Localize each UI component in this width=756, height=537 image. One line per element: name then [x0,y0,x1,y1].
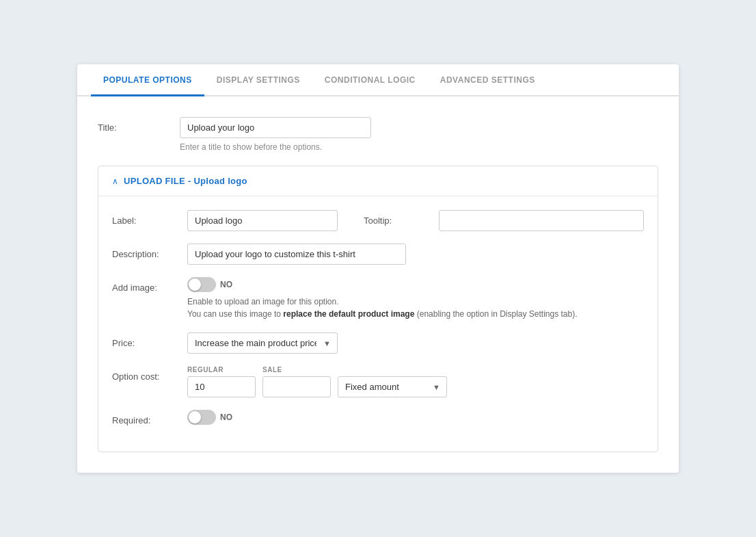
description-label: Description: [112,244,187,259]
upload-file-section: ∧ UPLOAD FILE - Upload logo Label: Toolt… [98,166,658,452]
section-body: Label: Tooltip: Description: [98,210,658,425]
price-row: Price: Increase the main product price D… [112,332,644,354]
description-input[interactable] [187,244,406,265]
chevron-up-icon: ∧ [112,176,118,186]
section-header[interactable]: ∧ UPLOAD FILE - Upload logo [98,166,658,196]
price-select[interactable]: Increase the main product price Decrease… [187,332,338,354]
amount-type-select-wrapper: Fixed amount Percentage ▼ [338,376,447,397]
add-image-toggle-label: NO [220,280,232,289]
title-label: Title: [98,117,180,133]
add-image-content: NO Enable to upload an image for this op… [187,277,644,320]
add-image-toggle[interactable] [187,277,216,292]
option-cost-row: Option cost: REGULAR SALE [112,366,644,397]
page-wrapper: POPULATE OPTIONS DISPLAY SETTINGS CONDIT… [77,64,679,473]
amount-type-select[interactable]: Fixed amount Percentage [338,376,447,397]
description-content [187,244,644,265]
price-content: Increase the main product price Decrease… [187,332,644,354]
section-divider [98,196,658,196]
add-image-hint: Enable to upload an image for this optio… [187,296,644,320]
option-cost-label: Option cost: [112,366,187,382]
add-image-toggle-wrapper: NO [187,277,644,292]
required-toggle[interactable] [187,410,216,425]
option-cost-content: REGULAR SALE Fix [187,366,644,397]
sale-sublabel: SALE [262,366,331,374]
sale-cost-input[interactable] [262,376,331,397]
label-col: Label: [112,210,364,231]
label-field-label: Label: [112,210,187,226]
tooltip-field-content [439,210,644,231]
required-toggle-label: NO [220,412,232,422]
label-tooltip-row: Label: Tooltip: [112,210,644,231]
cost-inputs-row: REGULAR SALE Fix [187,366,644,397]
tooltip-field-label: Tooltip: [364,210,439,226]
regular-sublabel: REGULAR [187,366,256,374]
amount-type-group: Fixed amount Percentage ▼ [338,366,447,397]
required-toggle-knob [189,411,201,423]
section-title: UPLOAD FILE - Upload logo [124,176,247,186]
tooltip-col: Tooltip: [364,210,644,231]
required-label: Required: [112,410,187,425]
price-select-wrapper: Increase the main product price Decrease… [187,332,338,354]
content-area: Title: Enter a title to show before the … [77,96,679,452]
tab-conditional-logic[interactable]: CONDITIONAL LOGIC [312,64,428,96]
title-content: Enter a title to show before the options… [180,117,658,152]
amount-type-sublabel [338,366,447,374]
tabs-bar: POPULATE OPTIONS DISPLAY SETTINGS CONDIT… [77,64,679,96]
required-row: Required: NO [112,410,644,425]
required-toggle-wrapper: NO [187,410,644,425]
title-row: Title: Enter a title to show before the … [98,117,658,152]
toggle-knob [189,278,201,291]
label-field-content [187,210,364,231]
description-row: Description: [112,244,644,265]
title-hint: Enter a title to show before the options… [180,142,658,152]
tab-populate-options[interactable]: POPULATE OPTIONS [91,64,204,96]
add-image-label: Add image: [112,277,187,293]
add-image-row: Add image: NO Enable to upload an image … [112,277,644,320]
price-label: Price: [112,332,187,348]
tooltip-input[interactable] [439,210,644,231]
title-input[interactable] [180,117,371,138]
tab-advanced-settings[interactable]: ADVANCED SETTINGS [428,64,548,96]
sale-cost-group: SALE [262,366,331,397]
regular-cost-group: REGULAR [187,366,256,397]
required-content: NO [187,410,644,425]
regular-cost-input[interactable] [187,376,256,397]
label-input[interactable] [187,210,338,231]
tab-display-settings[interactable]: DISPLAY SETTINGS [204,64,312,96]
